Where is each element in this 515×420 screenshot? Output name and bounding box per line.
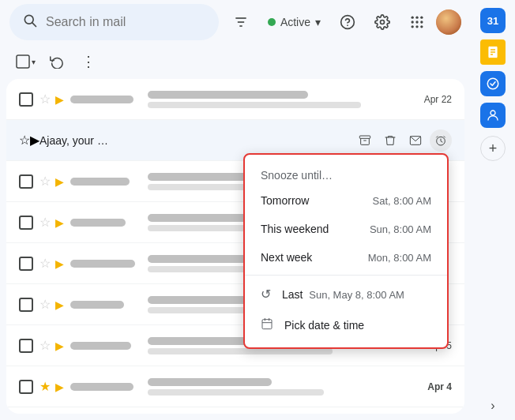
snooze-next-week-time: Mon, 8:00 AM xyxy=(368,252,431,264)
sender-block xyxy=(70,342,141,350)
snooze-weekend-label: This weekend xyxy=(261,223,329,235)
important-icon: ▶ xyxy=(55,175,64,188)
row-checkbox[interactable] xyxy=(19,298,33,312)
snooze-weekend[interactable]: This weekend Sun, 8:00 AM xyxy=(245,215,447,243)
important-icon: ▶ xyxy=(55,216,64,229)
archive-button[interactable] xyxy=(354,129,376,152)
settings-button[interactable] xyxy=(367,6,398,38)
search-icon xyxy=(22,13,38,32)
sidebar-chevron[interactable]: › xyxy=(485,398,501,414)
main-area: Active ▾ xyxy=(0,0,471,420)
star-icon[interactable]: ☆ xyxy=(39,297,51,312)
svg-rect-17 xyxy=(17,55,29,68)
sidebar-app-calendar[interactable]: 31 xyxy=(480,8,506,33)
snooze-next-week[interactable]: Next week Mon, 8:00 AM xyxy=(245,243,447,272)
svg-rect-21 xyxy=(262,320,272,329)
snooze-last-icon: ↺ xyxy=(261,287,271,302)
content-block xyxy=(148,91,415,108)
important-icon: ▶ xyxy=(30,133,39,148)
star-icon[interactable]: ☆ xyxy=(39,338,51,353)
star-icon[interactable]: ☆ xyxy=(39,92,51,107)
important-icon: ▶ xyxy=(55,257,64,270)
snooze-tomorrow-time: Sat, 8:00 AM xyxy=(373,195,431,207)
action-email-row[interactable]: ☆ ▶ Ajaay, your … xyxy=(6,120,464,161)
preview-placeholder xyxy=(148,102,361,108)
star-icon[interactable]: ☆ xyxy=(19,133,30,148)
status-label: Active xyxy=(280,16,310,28)
svg-point-11 xyxy=(412,21,414,23)
star-icon[interactable]: ☆ xyxy=(39,256,51,271)
row-checkbox[interactable] xyxy=(19,380,33,394)
delete-button[interactable] xyxy=(379,129,401,152)
sender-placeholder xyxy=(70,219,126,227)
sender-placeholder xyxy=(70,178,130,186)
row-checkbox[interactable] xyxy=(19,216,33,230)
sender-placeholder xyxy=(70,301,124,309)
snooze-divider xyxy=(245,275,447,276)
search-input[interactable] xyxy=(46,15,206,29)
status-button[interactable]: Active ▾ xyxy=(260,11,329,33)
apps-button[interactable] xyxy=(401,6,433,38)
snooze-tomorrow-label: Tomorrow xyxy=(261,194,309,207)
email-list: ☆ ▶ Apr 22 ☆ ▶ Ajaay, your … xyxy=(6,79,464,414)
svg-rect-18 xyxy=(359,136,370,138)
search-bar[interactable] xyxy=(9,4,219,40)
row-checkbox[interactable] xyxy=(19,257,33,271)
filter-button[interactable] xyxy=(225,6,257,38)
date-label: Apr 22 xyxy=(424,94,452,105)
important-icon: ▶ xyxy=(55,93,64,106)
svg-point-13 xyxy=(420,21,423,23)
sender-block xyxy=(70,219,141,227)
email-row[interactable]: ☆ ▶ Apr 22 xyxy=(6,79,464,120)
action-icons xyxy=(354,129,452,152)
right-sidebar: 31 + › xyxy=(471,0,515,420)
sender-placeholder xyxy=(70,260,135,268)
sender-block xyxy=(70,383,141,391)
star-icon[interactable]: ☆ xyxy=(39,174,51,189)
add-app-button[interactable]: + xyxy=(480,136,506,161)
avatar[interactable] xyxy=(436,9,461,35)
preview-placeholder xyxy=(148,389,324,396)
row-checkbox[interactable] xyxy=(19,339,33,353)
svg-point-15 xyxy=(415,25,418,28)
topbar-right: Active ▾ xyxy=(225,6,461,38)
help-button[interactable] xyxy=(332,6,363,38)
sidebar-app-contacts[interactable] xyxy=(480,103,506,128)
refresh-button[interactable] xyxy=(44,49,70,74)
svg-point-30 xyxy=(491,111,495,115)
sender-block xyxy=(70,96,141,103)
snooze-tomorrow[interactable]: Tomorrow Sat, 8:00 AM xyxy=(245,186,447,215)
sender-block: Ajaay, your … xyxy=(39,133,111,148)
snooze-pick-datetime[interactable]: Pick date & time xyxy=(245,309,447,341)
select-all-button[interactable]: ▾ xyxy=(13,49,38,74)
mark-unread-button[interactable] xyxy=(404,129,427,152)
sender-name: Ajaay, your … xyxy=(39,134,108,147)
sender-placeholder xyxy=(70,96,133,103)
row-checkbox[interactable] xyxy=(19,92,33,107)
row-checkbox[interactable] xyxy=(19,174,33,189)
toolbar: ▾ ⋮ xyxy=(0,44,471,79)
svg-line-1 xyxy=(32,22,36,26)
sidebar-app-tasks[interactable] xyxy=(480,71,506,96)
snooze-button[interactable] xyxy=(430,129,452,152)
sidebar-app-keep[interactable] xyxy=(480,39,506,65)
more-options-button[interactable]: ⋮ xyxy=(76,49,101,74)
svg-point-12 xyxy=(415,21,418,23)
sender-block xyxy=(70,301,141,309)
svg-point-9 xyxy=(415,17,418,19)
sender-placeholder xyxy=(70,383,133,391)
snooze-pick-label: Pick date & time xyxy=(284,319,364,332)
subject-placeholder xyxy=(148,91,308,99)
email-row[interactable]: ★ ▶ Apr 4 xyxy=(6,366,464,407)
svg-point-6 xyxy=(347,24,348,26)
svg-point-14 xyxy=(412,25,414,28)
star-icon[interactable]: ☆ xyxy=(39,215,51,230)
svg-point-8 xyxy=(412,17,414,19)
sender-placeholder xyxy=(70,342,131,350)
snooze-weekend-time: Sun, 8:00 AM xyxy=(370,223,431,235)
snooze-next-week-label: Next week xyxy=(261,251,312,264)
date-label: Apr 4 xyxy=(427,381,452,392)
star-icon[interactable]: ★ xyxy=(39,379,51,394)
snooze-last-time: Sun, May 8, 8:00 AM xyxy=(309,289,404,301)
snooze-last[interactable]: ↺ Last Sun, May 8, 8:00 AM xyxy=(245,279,447,309)
